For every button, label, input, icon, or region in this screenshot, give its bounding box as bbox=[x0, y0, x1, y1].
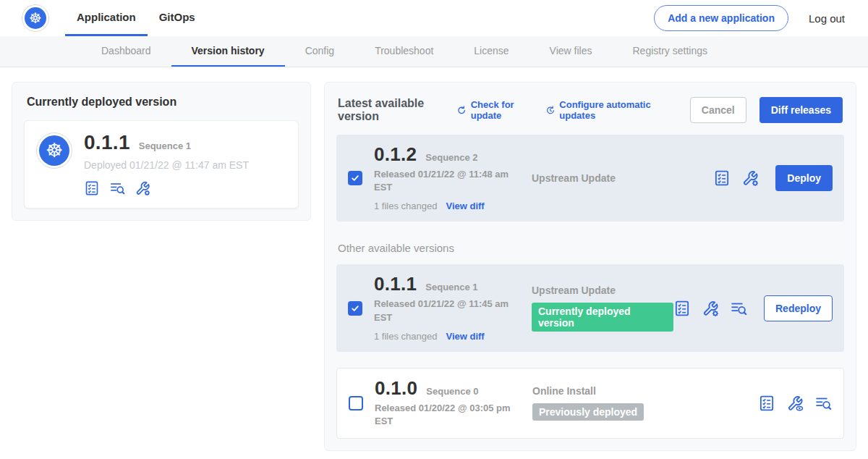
version-sequence: Sequence 1 bbox=[425, 282, 477, 292]
currently-deployed-panel: Currently deployed version ☸ 0.1.1 Seque… bbox=[12, 82, 311, 221]
version-number: 0.1.2 bbox=[374, 145, 417, 164]
configure-auto-updates-label: Configure automatic updates bbox=[559, 99, 664, 121]
version-sequence: Sequence 0 bbox=[426, 386, 478, 397]
version-source: Upstream Update Currently deployed versi… bbox=[529, 285, 673, 332]
refresh-icon bbox=[456, 104, 467, 117]
subnav-item-troubleshoot[interactable]: Troubleshoot bbox=[354, 36, 454, 67]
subnav-item-registry-settings[interactable]: Registry settings bbox=[612, 36, 727, 67]
view-diff-link[interactable]: View diff bbox=[446, 201, 484, 211]
deployed-version-actions bbox=[84, 180, 249, 196]
preflight-checks-icon[interactable] bbox=[673, 300, 691, 317]
edit-config-icon[interactable] bbox=[702, 300, 719, 317]
check-for-update-label: Check for update bbox=[471, 99, 532, 121]
top-tab-gitops[interactable]: GitOps bbox=[148, 0, 207, 36]
version-source: Upstream Update bbox=[529, 172, 713, 184]
preflight-checks-icon[interactable] bbox=[758, 395, 775, 412]
top-nav: ☸ ApplicationGitOps Add a new applicatio… bbox=[0, 0, 868, 36]
latest-version-row-container: 0.1.2 Sequence 2 Released 01/21/22 @ 11:… bbox=[336, 135, 844, 222]
released-timestamp: Released 01/21/22 @ 11:48 am EST bbox=[374, 168, 513, 194]
deployed-version-sequence: Sequence 1 bbox=[139, 140, 191, 151]
version-checkbox[interactable] bbox=[349, 396, 363, 410]
top-nav-tabs: ApplicationGitOps bbox=[65, 0, 207, 36]
kubernetes-icon: ☸ bbox=[39, 135, 69, 166]
version-actions bbox=[758, 395, 832, 412]
version-number: 0.1.1 bbox=[374, 274, 417, 293]
preflight-checks-icon[interactable] bbox=[713, 169, 731, 187]
other-versions-list: 0.1.1 Sequence 1 Released 01/21/22 @ 11:… bbox=[336, 264, 844, 439]
subnav-item-config[interactable]: Config bbox=[285, 36, 354, 67]
version-actions: Redeploy bbox=[673, 295, 833, 321]
deployed-version-number: 0.1.1 bbox=[84, 132, 130, 153]
version-info: 0.1.0 Sequence 0 Released 01/20/22 @ 03:… bbox=[375, 379, 529, 428]
files-changed-line: 1 files changedView diff bbox=[374, 331, 529, 342]
version-checkbox[interactable] bbox=[348, 301, 362, 316]
redeploy-button[interactable]: Redeploy bbox=[764, 295, 833, 321]
deploy-button[interactable]: Deploy bbox=[775, 165, 833, 191]
view-logs-icon[interactable] bbox=[814, 395, 832, 412]
version-sequence: Sequence 2 bbox=[425, 152, 477, 163]
latest-version-title: Latest available version bbox=[338, 97, 443, 123]
clock-refresh-icon bbox=[545, 104, 556, 117]
configure-auto-updates-link[interactable]: Configure automatic updates bbox=[545, 99, 664, 121]
cancel-button[interactable]: Cancel bbox=[690, 97, 746, 123]
view-logs-icon[interactable] bbox=[109, 180, 125, 196]
source-label: Upstream Update bbox=[532, 172, 713, 184]
released-timestamp: Released 01/20/22 @ 03:05 pm EST bbox=[375, 402, 514, 428]
version-number: 0.1.0 bbox=[375, 379, 417, 397]
deployed-version-card: ☸ 0.1.1 Sequence 1 Deployed 01/21/22 @ 1… bbox=[24, 120, 299, 209]
version-source: Online Install Previously deployed bbox=[529, 385, 758, 421]
view-config-icon[interactable] bbox=[786, 395, 804, 412]
check-for-update-link[interactable]: Check for update bbox=[456, 99, 532, 121]
other-versions-label: Other available versions bbox=[338, 242, 843, 254]
status-badge: Currently deployed version bbox=[532, 303, 673, 332]
app-logo: ☸ bbox=[36, 132, 72, 169]
logout-button[interactable]: Log out bbox=[804, 12, 849, 25]
view-diff-link[interactable]: View diff bbox=[446, 331, 484, 342]
version-info: 0.1.1 Sequence 1 Released 01/21/22 @ 11:… bbox=[374, 274, 529, 341]
files-changed-line: 1 files changedView diff bbox=[374, 201, 529, 211]
top-nav-right: Add a new application Log out bbox=[654, 5, 849, 31]
subnav-item-dashboard[interactable]: Dashboard bbox=[81, 36, 171, 67]
released-timestamp: Released 01/21/22 @ 11:45 am EST bbox=[374, 298, 513, 324]
version-row-0.1.2: 0.1.2 Sequence 2 Released 01/21/22 @ 11:… bbox=[336, 135, 844, 222]
top-tab-application[interactable]: Application bbox=[65, 0, 148, 36]
main-content: Currently deployed version ☸ 0.1.1 Seque… bbox=[0, 67, 868, 459]
edit-config-icon[interactable] bbox=[135, 180, 150, 196]
version-info: 0.1.2 Sequence 2 Released 01/21/22 @ 11:… bbox=[374, 145, 529, 211]
app-logo: ☸ bbox=[22, 4, 49, 32]
subnav-item-view-files[interactable]: View files bbox=[529, 36, 613, 67]
source-label: Online Install bbox=[532, 385, 758, 397]
version-row-0.1.1: 0.1.1 Sequence 1 Released 01/21/22 @ 11:… bbox=[336, 264, 844, 351]
subnav-item-version-history[interactable]: Version history bbox=[171, 36, 285, 67]
version-history-panel: Latest available version Check for updat… bbox=[324, 82, 856, 451]
view-logs-icon[interactable] bbox=[730, 300, 747, 317]
kubernetes-icon: ☸ bbox=[25, 7, 46, 29]
files-changed-label: 1 files changed bbox=[374, 201, 437, 211]
preflight-checks-icon[interactable] bbox=[84, 180, 100, 196]
subnav-item-license[interactable]: License bbox=[454, 36, 529, 67]
sub-nav: DashboardVersion historyConfigTroublesho… bbox=[0, 36, 868, 67]
deployed-version-info: 0.1.1 Sequence 1 Deployed 01/21/22 @ 11:… bbox=[84, 132, 249, 196]
files-changed-label: 1 files changed bbox=[374, 331, 437, 342]
deployed-panel-title: Currently deployed version bbox=[27, 96, 299, 109]
version-actions: Deploy bbox=[713, 165, 833, 191]
status-badge: Previously deployed bbox=[532, 403, 644, 421]
edit-config-icon[interactable] bbox=[741, 169, 759, 187]
page: ☸ ApplicationGitOps Add a new applicatio… bbox=[0, 0, 868, 459]
version-row-0.1.0: 0.1.0 Sequence 0 Released 01/20/22 @ 03:… bbox=[336, 368, 844, 439]
latest-version-header: Latest available version Check for updat… bbox=[338, 97, 843, 123]
diff-releases-button[interactable]: Diff releases bbox=[760, 97, 843, 123]
deployed-timestamp: Deployed 01/21/22 @ 11:47 am EST bbox=[84, 159, 249, 171]
source-label: Upstream Update bbox=[532, 285, 673, 296]
add-application-button[interactable]: Add a new application bbox=[654, 5, 788, 31]
version-checkbox[interactable] bbox=[348, 171, 362, 185]
